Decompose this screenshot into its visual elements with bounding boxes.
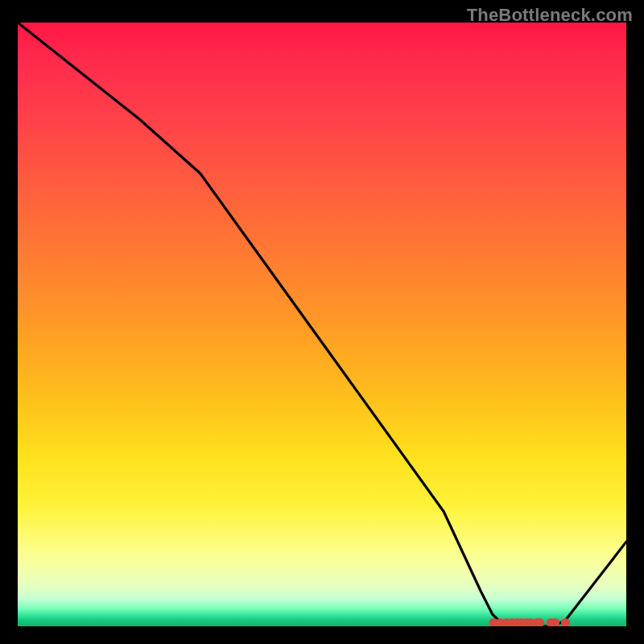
stage: TheBottleneck.com [0,0,644,644]
chart-plot [18,23,626,626]
gradient-background [18,23,626,626]
